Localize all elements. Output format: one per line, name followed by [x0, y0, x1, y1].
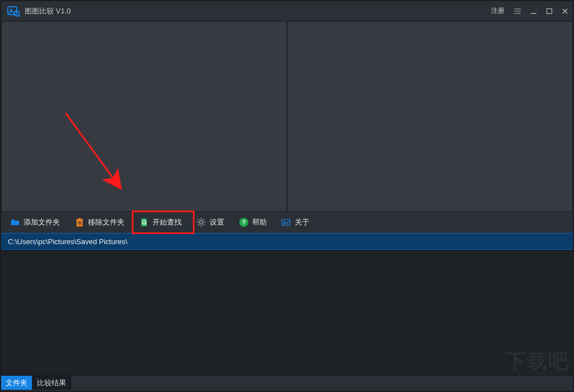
help-button[interactable]: ? 帮助: [235, 215, 270, 230]
remove-folder-button[interactable]: 移除文件夹: [71, 215, 128, 230]
add-folder-label: 添加文件夹: [24, 217, 60, 227]
titlebar: 图图比较 V1.0 注册: [1, 1, 573, 21]
svg-text:?: ?: [242, 219, 246, 226]
settings-label: 设置: [210, 217, 224, 227]
menu-list-icon[interactable]: [510, 1, 526, 21]
folder-icon: [10, 217, 20, 227]
toolbar: 添加文件夹 移除文件夹 开始查找 设置 ? 帮助: [1, 212, 573, 233]
maximize-button[interactable]: [541, 1, 557, 21]
start-search-label: 开始查找: [152, 217, 182, 227]
svg-line-3: [18, 15, 20, 17]
search-doc-icon: [139, 217, 149, 227]
svg-point-4: [514, 8, 515, 10]
settings-button[interactable]: 设置: [193, 215, 228, 230]
help-label: 帮助: [252, 217, 267, 227]
remove-folder-label: 移除文件夹: [88, 217, 124, 227]
about-icon: [281, 217, 291, 227]
svg-point-6: [514, 13, 515, 14]
app-title: 图图比较 V1.0: [25, 6, 71, 16]
watermark-url: www.xiazaiba.com: [517, 370, 567, 376]
about-label: 关于: [295, 217, 309, 227]
svg-point-14: [200, 221, 203, 224]
preview-pane-right: [287, 21, 573, 212]
trash-icon: [75, 217, 85, 227]
preview-pane-left: [1, 21, 287, 212]
preview-area: [1, 21, 573, 212]
app-logo-icon: [7, 4, 20, 18]
close-button[interactable]: [557, 1, 573, 21]
minimize-button[interactable]: [526, 1, 541, 21]
svg-rect-8: [547, 8, 552, 13]
selected-folder-path: C:\Users\pc\Pictures\Saved Pictures\: [8, 237, 127, 246]
path-bar[interactable]: C:\Users\pc\Pictures\Saved Pictures\: [1, 233, 573, 250]
tab-folders[interactable]: 文件夹: [1, 376, 33, 390]
app-window: 图图比较 V1.0 注册 添加文件夹 移: [0, 0, 574, 392]
gear-icon: [196, 217, 206, 227]
about-button[interactable]: 关于: [278, 215, 313, 230]
bottom-tabs: 文件夹 比较结果: [1, 375, 573, 390]
svg-point-5: [514, 11, 515, 12]
register-button[interactable]: 注册: [485, 1, 510, 21]
folder-list-area: [1, 250, 573, 375]
help-icon: ?: [239, 217, 249, 227]
tab-results[interactable]: 比较结果: [33, 376, 71, 390]
start-search-button[interactable]: 开始查找: [136, 215, 185, 230]
add-folder-button[interactable]: 添加文件夹: [7, 215, 63, 230]
